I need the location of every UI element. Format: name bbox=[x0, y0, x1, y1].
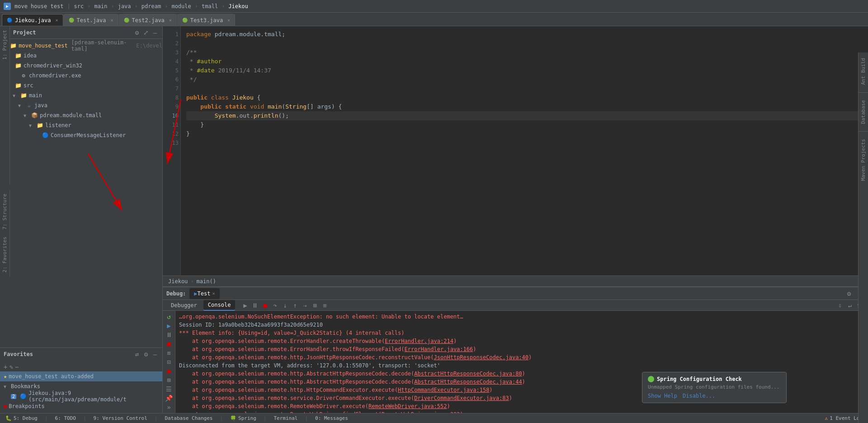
right-panel-ant-build[interactable]: Ant Build bbox=[859, 54, 867, 89]
right-panel-maven[interactable]: Maven Projects bbox=[859, 135, 867, 185]
left-panel-project[interactable]: 1: Project bbox=[1, 26, 9, 63]
breadcrumb-main[interactable]: main bbox=[94, 3, 108, 10]
project-panel-settings[interactable]: ⚙ bbox=[133, 29, 141, 36]
status-terminal[interactable]: Terminal bbox=[272, 415, 299, 421]
tab-jiekou-close[interactable]: ✕ bbox=[55, 18, 58, 23]
status-vcs[interactable]: 9: Version Control bbox=[92, 415, 149, 421]
fav-item-move-house[interactable]: ★ move_house_test auto-added bbox=[0, 371, 162, 381]
fav-item-jiekou[interactable]: 2 🔵 Jiekou.java:9 (src/main/java/pdream/… bbox=[0, 391, 162, 401]
project-panel-expand[interactable]: ⤢ bbox=[142, 29, 150, 36]
debug-stepin-btn[interactable]: ↓ bbox=[280, 301, 289, 310]
tab-test2-close[interactable]: ✕ bbox=[169, 18, 172, 23]
line-num-3: 3 bbox=[165, 48, 179, 57]
tree-item-consumer[interactable]: ▶ 🔵 ConsumerMessageListener bbox=[0, 130, 162, 140]
breadcrumb-jiekou[interactable]: Jiekou bbox=[228, 3, 248, 10]
status-todo[interactable]: 6: TODO bbox=[53, 415, 78, 421]
breadcrumb-module[interactable]: module bbox=[171, 3, 191, 10]
tree-icon-listener: 📁 bbox=[36, 122, 43, 128]
debug-tab-close[interactable]: ✕ bbox=[212, 291, 215, 296]
debug-evaluate-btn[interactable]: ⊞ bbox=[310, 301, 319, 310]
side-btn-rerun[interactable]: ↺ bbox=[164, 313, 174, 321]
side-btn-resume[interactable]: ▶ bbox=[164, 322, 174, 330]
status-messages-label: 0: Messages bbox=[315, 415, 348, 421]
tree-item-chromedriver-win32[interactable]: ▼ 📁 chromedriver_win32 bbox=[0, 61, 162, 71]
tree-icon-chromedriver: 📁 bbox=[14, 62, 22, 69]
debug-run-cursor-btn[interactable]: ⇢ bbox=[300, 301, 309, 310]
debug-pause-btn[interactable]: ⏸ bbox=[250, 301, 259, 310]
tab-jiekou[interactable]: 🔵 Jiekou.java ✕ bbox=[2, 14, 63, 26]
favorites-collapse[interactable]: — bbox=[151, 351, 159, 358]
tree-item-chromedriver-exe[interactable]: ▶ ⚙ chromedriver.exe bbox=[0, 71, 162, 81]
status-spring-label: Spring bbox=[238, 415, 256, 421]
favorites-sync[interactable]: ⇄ bbox=[133, 351, 141, 358]
tree-item-pdream[interactable]: ▼ 📦 pdream.module.tmall bbox=[0, 110, 162, 120]
debug-stepover-btn[interactable]: ↷ bbox=[270, 301, 279, 310]
breadcrumb-src[interactable]: src bbox=[74, 3, 84, 10]
debug-stop-btn[interactable]: ■ bbox=[260, 301, 269, 310]
favorites-settings[interactable]: ⚙ bbox=[142, 351, 150, 358]
side-btn-stop[interactable]: ■ bbox=[164, 340, 174, 348]
side-btn-more1[interactable]: ≡ bbox=[164, 349, 174, 357]
fav-add-btn[interactable]: + bbox=[4, 363, 7, 371]
status-messages[interactable]: 0: Messages bbox=[313, 415, 350, 421]
fav-remove-btn[interactable]: − bbox=[15, 363, 19, 371]
breadcrumb-tmall[interactable]: tmall bbox=[202, 3, 218, 10]
status-spring[interactable]: 🍀 Spring bbox=[228, 415, 258, 421]
project-panel-collapse[interactable]: — bbox=[151, 29, 159, 36]
tab-test-close[interactable]: ✕ bbox=[111, 18, 113, 23]
tab-test2[interactable]: 🟢 Test2.java ✕ bbox=[119, 14, 177, 26]
tab-test3[interactable]: 🟢 Test3.java ✕ bbox=[177, 14, 235, 26]
side-btn-expand[interactable]: » bbox=[164, 403, 174, 411]
debug-wrap-btn[interactable]: ↵ bbox=[845, 301, 854, 310]
fav-edit-btn[interactable]: ✎ bbox=[9, 363, 13, 371]
tree-item-root[interactable]: ▼ 📁 move_house_test [pdream-selenuim-tam… bbox=[0, 41, 162, 51]
status-db[interactable]: Database Changes bbox=[163, 415, 214, 421]
line-num-4: 4 bbox=[165, 57, 179, 66]
tab-test2-icon: 🟢 bbox=[124, 18, 129, 23]
side-btn-more5[interactable]: ☰ bbox=[164, 385, 174, 393]
fav-item-breakpoints[interactable]: ● Breakpoints bbox=[0, 401, 162, 411]
debug-frames-btn[interactable]: ≡ bbox=[320, 301, 329, 310]
debug-subtab-console[interactable]: Console bbox=[203, 300, 236, 311]
tree-label-java: java bbox=[34, 102, 47, 109]
tree-item-src[interactable]: ▼ 📁 src bbox=[0, 81, 162, 90]
status-db-label: Database Changes bbox=[165, 415, 212, 421]
breadcrumb-class[interactable]: Jiekou bbox=[168, 278, 188, 285]
status-debug[interactable]: 🐛 5: Debug bbox=[4, 415, 39, 421]
debug-toolbar: Debug: ▶ Test ✕ ⚙ — bbox=[163, 287, 868, 300]
tree-item-listener[interactable]: ▼ 📁 listener bbox=[0, 120, 162, 130]
fav-bookmarks-arrow: ▼ bbox=[4, 384, 9, 389]
tree-label-root: move_house_test bbox=[19, 43, 67, 49]
left-panel-structure[interactable]: 7: Structure bbox=[1, 190, 9, 233]
project-title: move house test bbox=[14, 3, 63, 10]
tree-item-idea[interactable]: ▶ 📁 idea bbox=[0, 51, 162, 61]
tree-item-main[interactable]: ▼ 📁 main bbox=[0, 90, 162, 100]
code-editor[interactable]: 1 2 3 4 5 6 7 8 9 10 11 12 13 package pd… bbox=[163, 26, 868, 276]
tab-test[interactable]: 🟢 Test.java ✕ bbox=[64, 14, 118, 26]
breadcrumb-pdream[interactable]: pdream bbox=[142, 3, 161, 10]
left-panel-favorites[interactable]: 2: Favorites bbox=[1, 233, 9, 276]
side-btn-more2[interactable]: ⊡ bbox=[164, 358, 174, 366]
debug-settings-btn[interactable]: ⚙ bbox=[844, 289, 854, 298]
debug-tab-test[interactable]: ▶ Test ✕ bbox=[189, 288, 219, 299]
debug-stepout-btn[interactable]: ↑ bbox=[290, 301, 299, 310]
side-btn-pause[interactable]: ⏸ bbox=[164, 331, 174, 339]
fav-breakpoints-label: Breakpoints bbox=[9, 403, 44, 409]
breadcrumb-java[interactable]: java bbox=[118, 3, 131, 10]
side-btn-pin[interactable]: 📌 bbox=[164, 394, 174, 402]
right-panel-database[interactable]: Database bbox=[859, 96, 867, 128]
tree-item-java[interactable]: ▼ ☕ java bbox=[0, 100, 162, 110]
tab-test3-close[interactable]: ✕ bbox=[227, 18, 230, 23]
debug-scroll-btn[interactable]: ⇩ bbox=[835, 301, 844, 310]
side-btn-more4[interactable]: ⊞ bbox=[164, 376, 174, 384]
spring-popup-disable[interactable]: Disable... bbox=[683, 393, 715, 399]
tab-test-icon: 🟢 bbox=[69, 18, 74, 23]
side-btn-more3[interactable]: ● bbox=[164, 367, 174, 375]
spring-popup-show-help[interactable]: Show Help bbox=[648, 393, 677, 399]
debug-subtab-debugger[interactable]: Debugger bbox=[166, 300, 202, 311]
project-panel-title: Project bbox=[13, 29, 36, 36]
code-content[interactable]: package pdream.module.tmall; /** * #auth… bbox=[181, 26, 868, 276]
status-terminal-label: Terminal bbox=[274, 415, 297, 421]
breadcrumb-method[interactable]: main() bbox=[197, 278, 216, 285]
debug-resume-btn[interactable]: ▶ bbox=[241, 301, 250, 310]
